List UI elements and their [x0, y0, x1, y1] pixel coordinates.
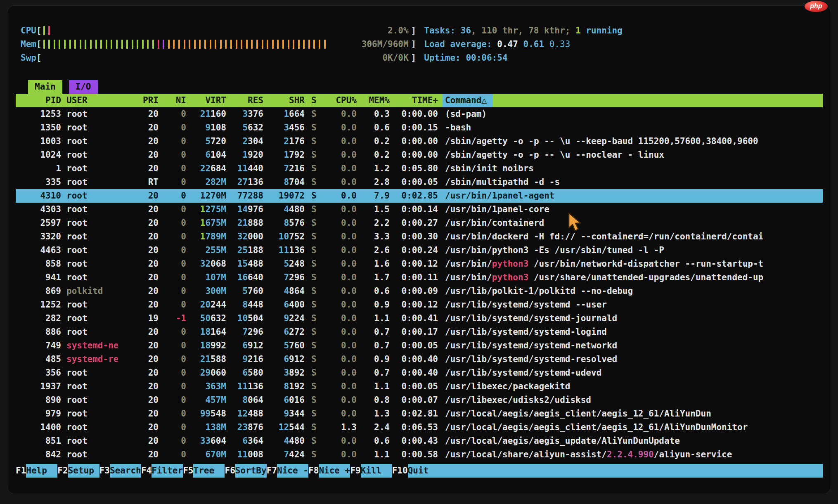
process-row-pid-335[interactable]: 335rootRT0282M271368704S0.02.80:00.05/sb… — [16, 175, 823, 189]
cell-text: 0:00.05 — [401, 341, 438, 350]
fkey-F7[interactable]: F7 — [267, 464, 277, 478]
cell-text: 0.0 — [341, 341, 357, 350]
cell-time: 0:00.00 — [390, 148, 438, 162]
value-part: 104 — [211, 150, 226, 160]
cell-command: /usr/bin/containerd — [438, 216, 823, 230]
column-header-virt[interactable]: VIRT — [186, 94, 226, 107]
cell-user: root — [61, 216, 118, 230]
cell-pri: 20 — [118, 366, 159, 380]
swap-meter-row: Swp[0K/0K] Uptime: 00:06:54 — [21, 51, 823, 65]
value-part: 976 — [248, 204, 263, 214]
cell-virt: 300M — [186, 284, 226, 298]
value-part: 363M — [205, 381, 226, 391]
mem-meter-orange-bar — [308, 40, 310, 49]
process-row-pid-1400[interactable]: 1400root200138M2387612544S1.32.40:06.53/… — [16, 421, 823, 434]
column-header-command[interactable]: Command△ — [438, 94, 823, 107]
cell-text: 0 — [181, 341, 186, 350]
cell-text: S — [311, 204, 317, 214]
fkey-F9-label-kill[interactable]: Kill — [361, 464, 392, 478]
process-row-pid-1937[interactable]: 1937root200363M111368192S0.01.10:00.05/u… — [16, 380, 823, 393]
cell-text: /sbin/multipathd -d -s — [445, 177, 560, 187]
cell-ni: 0 — [159, 107, 186, 121]
process-row-pid-4463[interactable]: 4463root200255M2518811136S0.02.60:00.24/… — [16, 244, 823, 257]
cell-text: 20 — [148, 341, 159, 350]
fkey-F9[interactable]: F9 — [350, 464, 360, 478]
cell-pid: 1253 — [16, 107, 61, 121]
process-row-pid-282[interactable]: 282root19-150632105049224S0.01.10:00.41/… — [16, 312, 823, 325]
value-part: 789M — [205, 232, 226, 241]
tab-io[interactable]: I/O — [69, 80, 98, 94]
fkey-F7-label-nice[interactable]: Nice - — [277, 464, 308, 478]
fkey-F1-label-help[interactable]: Help — [26, 464, 57, 478]
fkey-F10-label-quit[interactable]: Quit — [408, 464, 823, 478]
mem-meter-green-bar — [59, 40, 60, 49]
cell-command: /sbin/init noibrs — [438, 162, 823, 175]
fkey-F2[interactable]: F2 — [57, 464, 68, 478]
process-row-pid-749[interactable]: 749systemd-ne2001899269125760S0.00.70:00… — [16, 339, 823, 353]
cell-shr: 8576 — [263, 216, 305, 230]
fkey-F4[interactable]: F4 — [141, 464, 152, 478]
cell-command: /usr/bin/python3 /usr/bin/networkd-dispa… — [438, 257, 823, 271]
process-row-pid-4310[interactable]: 4310root2001270M7728819072S0.07.90:02.85… — [16, 189, 823, 203]
cell-pri: 20 — [118, 434, 159, 448]
fkey-F3[interactable]: F3 — [99, 464, 110, 478]
column-header-time[interactable]: TIME+ — [390, 94, 438, 107]
cell-pri: 20 — [118, 380, 159, 393]
fkey-F8-label-nice[interactable]: Nice + — [319, 464, 350, 478]
column-header-s[interactable]: S — [305, 94, 319, 107]
process-row-pid-3320[interactable]: 3320root2001789M3200010752S0.03.30:00.30… — [16, 230, 823, 244]
value-part: 23 — [237, 422, 248, 432]
process-row-pid-1253[interactable]: 1253root2002116033761664S0.00.30:00.00(s… — [16, 107, 823, 121]
column-header-user[interactable]: USER — [61, 94, 118, 107]
fkey-F6[interactable]: F6 — [225, 464, 235, 478]
process-row-pid-1252[interactable]: 1252root2002024484486400S0.00.90:00.12/u… — [16, 298, 823, 312]
cell-text: root — [66, 204, 88, 214]
swap-meter-close-bracket: ] — [411, 51, 417, 65]
cell-text: 0.0 — [341, 450, 357, 459]
value-part: 108 — [211, 123, 226, 133]
process-row-pid-4303[interactable]: 4303root2001275M149764480S0.01.50:00.14/… — [16, 203, 823, 216]
terminal-window: CPU[2.0%] Tasks: 36, 110 thr, 78 kthr; 1… — [7, 6, 831, 494]
process-row-pid-979[interactable]: 979root20099548124889344S0.01.30:02.81/u… — [16, 407, 823, 421]
value-part: 3 — [284, 123, 289, 133]
cell-text: polkitd — [66, 286, 103, 296]
tab-main[interactable]: Main — [28, 80, 62, 94]
process-row-pid-886[interactable]: 886root2001816472966272S0.00.70:00.17/us… — [16, 325, 823, 339]
cell-mem: 1.1 — [357, 380, 390, 393]
process-row-pid-356[interactable]: 356root2002906065803892S0.00.70:00.40/us… — [16, 366, 823, 380]
process-row-pid-858[interactable]: 858root20032068154885248S0.01.60:00.12/u… — [16, 257, 823, 271]
column-header-pid[interactable]: PID — [16, 94, 61, 107]
fkey-F3-label-search[interactable]: Search — [110, 464, 141, 478]
cell-res: 11008 — [226, 448, 263, 461]
fkey-F5-label-tree[interactable]: Tree — [193, 464, 225, 478]
fkey-F1[interactable]: F1 — [16, 464, 26, 478]
cell-text: 0:00.24 — [401, 245, 438, 255]
process-row-pid-851[interactable]: 851root2003360463644480S0.00.60:00.43/us… — [16, 434, 823, 448]
process-row-pid-869[interactable]: 869polkitd200300M57604864S0.00.60:00.09/… — [16, 284, 823, 298]
process-row-pid-1024[interactable]: 1024root200610419201792S0.00.20:00.00/sb… — [16, 148, 823, 162]
process-row-pid-842[interactable]: 842root200670M110087424S0.01.10:00.58/us… — [16, 448, 823, 461]
process-row-pid-2597[interactable]: 2597root2001675M218888576S0.02.20:00.27/… — [16, 216, 823, 230]
column-header-shr[interactable]: SHR — [263, 94, 305, 107]
fkey-F2-label-setup[interactable]: Setup — [68, 464, 99, 478]
mem-meter-orange-bar — [303, 40, 305, 49]
column-header-mem[interactable]: MEM% — [357, 94, 390, 107]
cell-text: 20 — [148, 300, 159, 310]
process-row-pid-1350[interactable]: 1350root200910856323456S0.00.60:00.15-ba… — [16, 121, 823, 135]
fkey-F8[interactable]: F8 — [308, 464, 319, 478]
process-row-pid-1[interactable]: 1root20022684114407216S0.01.20:05.80/sbi… — [16, 162, 823, 175]
cell-command: -bash — [438, 121, 823, 135]
fkey-F4-label-filter[interactable]: Filter — [152, 464, 183, 478]
process-row-pid-941[interactable]: 941root200107M166407296S0.01.70:00.11/us… — [16, 271, 823, 284]
column-header-res[interactable]: RES — [226, 94, 263, 107]
column-header-cpu[interactable]: CPU% — [319, 94, 357, 107]
column-header-pri[interactable]: PRI — [118, 94, 159, 107]
process-row-pid-485[interactable]: 485systemd-re2002158892166912S0.00.90:00… — [16, 353, 823, 366]
value-part: 15 — [237, 259, 248, 269]
process-row-pid-890[interactable]: 890root200457M80646016S0.00.80:00.07/usr… — [16, 393, 823, 407]
fkey-F6-label-sortby[interactable]: SortBy — [235, 464, 267, 478]
process-row-pid-1003[interactable]: 1003root200572023042176S0.00.20:00.00/sb… — [16, 135, 823, 148]
fkey-F5[interactable]: F5 — [183, 464, 193, 478]
fkey-F10[interactable]: F10 — [392, 464, 408, 478]
column-header-ni[interactable]: NI — [159, 94, 186, 107]
